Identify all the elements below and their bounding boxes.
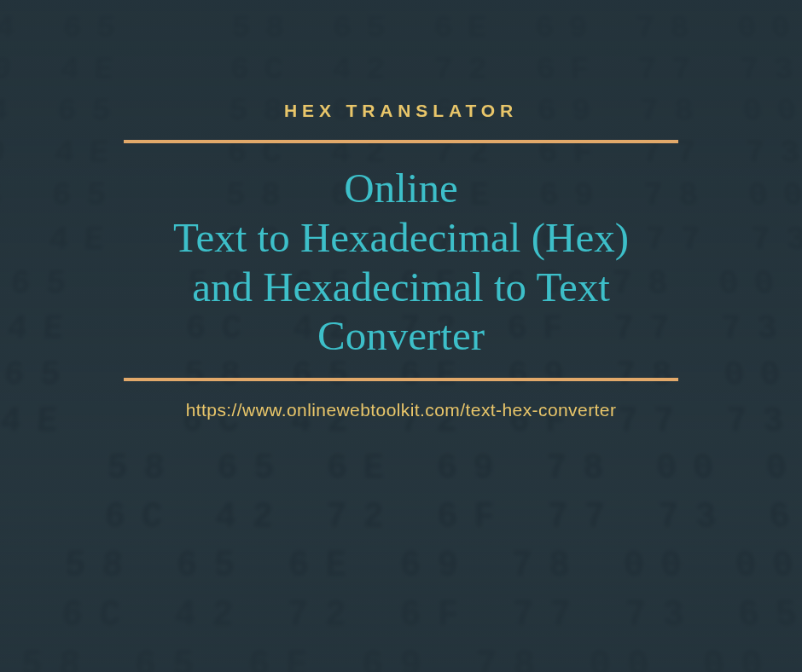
divider-bottom <box>124 378 678 381</box>
title-line: Text to Hexadecimal (Hex) <box>173 214 629 261</box>
content-block: HEX TRANSLATOR Online Text to Hexadecima… <box>0 0 802 672</box>
title-line: Online <box>344 165 457 211</box>
title-line: and Hexadecimal to Text <box>192 264 610 310</box>
source-url: https://www.onlinewebtoolkit.com/text-he… <box>186 400 617 420</box>
eyebrow-label: HEX TRANSLATOR <box>284 101 518 121</box>
main-title: Online Text to Hexadecimal (Hex) and Hex… <box>173 164 629 361</box>
title-line: Converter <box>317 312 485 359</box>
divider-top <box>124 140 678 143</box>
